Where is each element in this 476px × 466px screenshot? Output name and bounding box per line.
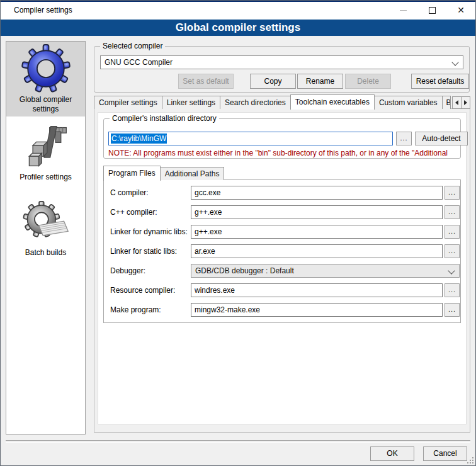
toolchain-panel: Compiler's installation directory C:\ray… (98, 112, 467, 424)
install-dir-note: NOTE: All programs must exist either in … (108, 149, 460, 157)
footer-separator (6, 440, 470, 443)
debugger-select[interactable]: GDB/CDB debugger : Default (191, 264, 460, 278)
tab-build-options[interactable]: Build (442, 96, 451, 109)
sidebar-item-batch-builds[interactable]: Batch builds (6, 197, 85, 260)
cancel-button[interactable]: Cancel (423, 446, 467, 461)
c-compiler-input[interactable] (191, 186, 443, 200)
cpp-compiler-label: C++ compiler: (110, 205, 157, 219)
install-dir-selected-text: C:\raylib\MinGW (111, 134, 167, 144)
ok-button[interactable]: OK (370, 446, 414, 461)
install-dir-input[interactable]: C:\raylib\MinGW (108, 132, 393, 145)
resize-grip-icon[interactable] (467, 457, 473, 463)
maximize-icon (429, 7, 436, 14)
chevron-down-icon (448, 267, 455, 274)
arrow-right-icon (464, 100, 467, 105)
sidebar-item-global-compiler-settings[interactable]: Global compiler settings (6, 42, 85, 116)
install-dir-browse-button[interactable]: ... (396, 132, 412, 145)
sidebar-item-label: Global compiler settings (13, 95, 79, 114)
linker-static-input[interactable] (191, 244, 443, 258)
settings-tab-bar: Compiler settings Linker settings Search… (94, 94, 450, 109)
copy-button[interactable]: Copy (250, 74, 296, 89)
program-files-panel: C compiler: ... C++ compiler: ... Linker… (103, 179, 461, 323)
selected-compiler-group-label: Selected compiler (100, 42, 165, 50)
linker-dynamic-browse-button[interactable]: ... (445, 225, 460, 239)
tab-custom-variables[interactable]: Custom variables (374, 96, 443, 109)
sidebar-item-profiler-settings[interactable]: Profiler settings (6, 120, 85, 185)
window-title: Compiler settings (14, 1, 72, 20)
sidebar-item-label: Batch builds (13, 248, 79, 258)
cpp-compiler-browse-button[interactable]: ... (445, 205, 460, 219)
program-files-tab-bar: Program Files Additional Paths (103, 166, 224, 180)
debugger-select-value: GDB/CDB debugger : Default (195, 266, 294, 275)
resource-compiler-input[interactable] (191, 283, 443, 297)
close-button[interactable]: ✕ (446, 1, 475, 20)
delete-button[interactable]: Delete (345, 74, 391, 89)
resource-compiler-browse-button[interactable]: ... (445, 283, 460, 297)
tab-scroll-left-button[interactable] (452, 96, 462, 109)
make-program-input[interactable] (191, 303, 443, 317)
caliper-icon (22, 122, 70, 171)
rename-button[interactable]: Rename (297, 74, 343, 89)
c-compiler-label: C compiler: (110, 186, 149, 200)
title-bar[interactable]: Compiler settings ✕ (1, 1, 475, 20)
compiler-select[interactable]: GNU GCC Compiler (100, 55, 463, 69)
set-as-default-button[interactable]: Set as default (178, 74, 234, 89)
close-icon: ✕ (457, 6, 465, 14)
debugger-label: Debugger: (110, 264, 145, 278)
tab-linker-settings[interactable]: Linker settings (162, 96, 220, 109)
page-title: Global compiler settings (1, 20, 475, 36)
maximize-button[interactable] (417, 1, 446, 20)
selected-compiler-group: Selected compiler GNU GCC Compiler Set a… (94, 46, 470, 93)
subtab-program-files[interactable]: Program Files (103, 166, 161, 181)
settings-category-list: Global compiler settings (6, 41, 86, 435)
subtab-additional-paths[interactable]: Additional Paths (160, 167, 225, 180)
install-directory-group: Compiler's installation directory C:\ray… (103, 118, 461, 159)
linker-static-label: Linker for static libs: (110, 244, 177, 258)
tab-search-directories[interactable]: Search directories (220, 96, 291, 109)
install-directory-group-label: Compiler's installation directory (110, 114, 219, 123)
tab-toolchain-executables[interactable]: Toolchain executables (290, 94, 375, 110)
tab-scroll-arrows (453, 96, 470, 109)
arrow-left-icon (455, 100, 458, 105)
make-program-browse-button[interactable]: ... (445, 303, 460, 317)
tab-compiler-settings[interactable]: Compiler settings (94, 96, 162, 109)
compiler-select-value: GNU GCC Compiler (105, 58, 173, 67)
chevron-down-icon (451, 59, 458, 65)
minimize-icon (400, 10, 407, 11)
linker-static-browse-button[interactable]: ... (445, 244, 460, 258)
minimize-button[interactable] (388, 1, 417, 20)
caption-buttons: ✕ (388, 1, 475, 20)
tab-scroll-right-button[interactable] (461, 96, 470, 109)
sidebar-item-label: Profiler settings (13, 173, 79, 182)
cpp-compiler-input[interactable] (191, 205, 443, 219)
c-compiler-browse-button[interactable]: ... (445, 186, 460, 200)
linker-dynamic-label: Linker for dynamic libs: (110, 225, 188, 239)
gear-gray-stack-icon (21, 199, 71, 247)
auto-detect-button[interactable]: Auto-detect (415, 132, 468, 145)
compiler-settings-dialog: Compiler settings ✕ Global compiler sett… (0, 0, 476, 466)
resource-compiler-label: Resource compiler: (110, 283, 175, 297)
toolchain-executables-page: Compiler's installation directory C:\ray… (94, 108, 470, 433)
gear-blue-icon (21, 43, 71, 94)
make-program-label: Make program: (110, 303, 161, 317)
reset-defaults-button[interactable]: Reset defaults (411, 74, 469, 89)
linker-dynamic-input[interactable] (191, 225, 443, 239)
